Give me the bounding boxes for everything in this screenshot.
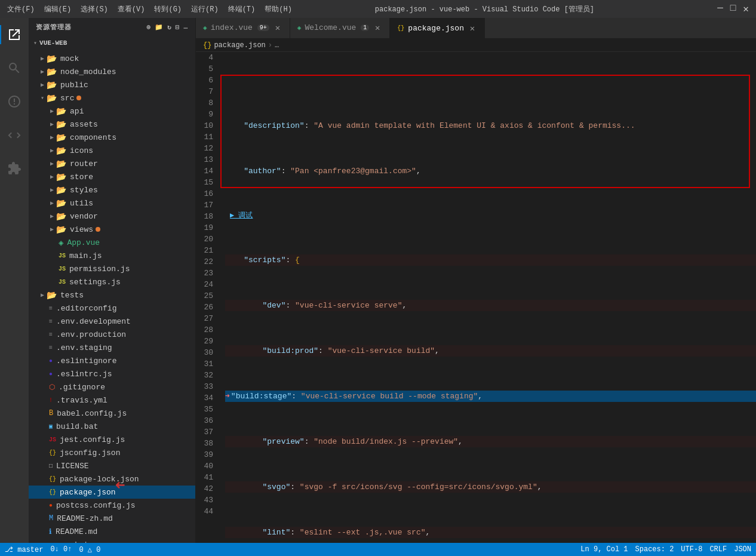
window-title: package.json - vue-web - Visual Studio C… — [292, 4, 677, 14]
refresh-icon[interactable]: ↻ — [167, 23, 172, 31]
tree-item-build-bat[interactable]: ▣ build.bat — [29, 420, 195, 433]
tree-item-package-json[interactable]: {} package.json ➜ — [29, 486, 195, 499]
tree-label: .env.staging — [56, 343, 112, 352]
main-container: 资源管理器 ⊕ 📁 ↻ ⊟ … ▾ VUE-WEB ▶ 📂 mock ▶ — [0, 18, 756, 543]
activity-explorer[interactable] — [0, 20, 29, 49]
new-folder-icon[interactable]: 📁 — [155, 23, 164, 31]
arrow-icon: ▶ — [50, 134, 54, 141]
status-indent[interactable]: Spaces: 2 — [635, 545, 674, 554]
tree-item-run-bat[interactable]: ▣ run.bat — [29, 538, 195, 543]
tree-item-utils[interactable]: ▶ 📂 utils — [29, 196, 195, 210]
code-line-12: "lint": "eslint --ext .js,.vue src", — [225, 527, 756, 538]
menu-run[interactable]: 运行(R) — [191, 4, 219, 14]
tree-item-postcss[interactable]: ● postcss.config.js — [29, 499, 195, 512]
status-errors[interactable]: 0 △ 0 — [79, 545, 100, 554]
tree-label: icons — [70, 146, 93, 155]
menu-help[interactable]: 帮助(H) — [265, 4, 292, 14]
tree-item-env-dev[interactable]: ≡ .env.development — [29, 315, 195, 328]
tab-index-vue[interactable]: ◈ index.vue 9+ ✕ — [196, 18, 290, 38]
menu-bar-top[interactable]: 文件(F) 编辑(E) 选择(S) 查看(V) 转到(G) 运行(R) 终端(T… — [7, 4, 292, 14]
tree-item-env-staging[interactable]: ≡ .env.staging — [29, 341, 195, 354]
tree-item-travis[interactable]: ! .travis.yml — [29, 394, 195, 407]
activity-extensions[interactable] — [0, 154, 29, 183]
minimize-button[interactable]: ─ — [717, 3, 723, 15]
tab-close-button[interactable]: ✕ — [373, 23, 382, 33]
menu-view[interactable]: 查看(V) — [118, 4, 145, 14]
tree-item-jsconfig[interactable]: {} jsconfig.json — [29, 446, 195, 459]
menu-edit[interactable]: 编辑(E) — [44, 4, 72, 14]
tree-item-public[interactable]: ▶ 📂 public — [29, 78, 195, 91]
tree-item-license[interactable]: □ LICENSE — [29, 459, 195, 472]
tree-item-tests[interactable]: ▶ 📂 tests — [29, 288, 195, 302]
tree-item-node-modules[interactable]: ▶ 📂 node_modules — [29, 65, 195, 78]
status-lineending[interactable]: CRLF — [709, 545, 727, 554]
env-file-icon: ≡ — [49, 318, 53, 325]
tree-item-permission-js[interactable]: JS permission.js — [29, 262, 195, 275]
tree-item-editorconfig[interactable]: ≡ .editorconfig — [29, 302, 195, 315]
collapse-icon[interactable]: ⊟ — [176, 23, 180, 31]
travis-file-icon: ! — [49, 397, 53, 404]
debug-link[interactable]: ▶ 调试 — [230, 210, 253, 222]
tab-close-button[interactable]: ✕ — [468, 23, 477, 33]
status-language[interactable]: JSON — [734, 545, 751, 554]
status-line-col[interactable]: Ln 9, Col 1 — [580, 545, 628, 554]
tree-item-components[interactable]: ▶ 📂 components — [29, 131, 195, 144]
activity-debug[interactable] — [0, 121, 29, 149]
tree-item-styles[interactable]: ▶ 📂 styles — [29, 183, 195, 196]
tree-item-jest[interactable]: JS jest.config.js — [29, 433, 195, 446]
breadcrumb-item[interactable]: {} — [203, 41, 211, 50]
folder-icon: 📂 — [47, 290, 57, 300]
tree-item-api[interactable]: ▶ 📂 api — [29, 105, 195, 118]
code-content[interactable]: "description": "A vue admin template wit… — [223, 52, 756, 543]
tree-item-icons[interactable]: ▶ 📂 icons — [29, 144, 195, 157]
breadcrumb-item[interactable]: package.json — [214, 41, 265, 50]
tree-item-eslintrc[interactable]: ● .eslintrc.js — [29, 367, 195, 380]
activity-search[interactable] — [0, 54, 29, 82]
file-tree: ▶ 📂 mock ▶ 📂 node_modules ▶ 📂 public ▾ 📂… — [29, 50, 195, 543]
tree-item-eslintignore[interactable]: ● .eslintignore — [29, 354, 195, 367]
tree-item-views[interactable]: ▶ 📂 views — [29, 223, 195, 236]
tree-item-main-js[interactable]: JS main.js — [29, 249, 195, 262]
maximize-button[interactable]: □ — [730, 3, 736, 15]
folder-icon: 📂 — [56, 198, 66, 208]
window-controls[interactable]: ─ □ ✕ — [677, 3, 749, 15]
tree-item-src[interactable]: ▾ 📂 src — [29, 91, 195, 105]
tab-label: index.vue — [211, 23, 253, 32]
tree-item-store[interactable]: ▶ 📂 store — [29, 170, 195, 183]
breadcrumb-item[interactable]: … — [275, 41, 279, 50]
tree-item-app-vue[interactable]: ◈ App.vue — [29, 236, 195, 249]
new-file-icon[interactable]: ⊕ — [147, 23, 152, 31]
status-encoding[interactable]: UTF-8 — [681, 545, 702, 554]
tree-item-router[interactable]: ▶ 📂 router — [29, 157, 195, 170]
tab-welcome-vue[interactable]: ◈ Welcome.vue 1 ✕ — [290, 18, 390, 38]
tree-item-babel[interactable]: B babel.config.js — [29, 407, 195, 420]
status-branch[interactable]: ⎇ master — [5, 545, 43, 554]
activity-git[interactable] — [0, 87, 29, 116]
arrow-icon: ▶ — [50, 107, 54, 115]
menu-select[interactable]: 选择(S) — [81, 4, 108, 14]
sidebar-actions[interactable]: ⊕ 📁 ↻ ⊟ … — [147, 23, 188, 31]
close-button[interactable]: ✕ — [743, 3, 749, 15]
sidebar-root[interactable]: ▾ VUE-WEB — [29, 36, 195, 50]
sidebar-title: 资源管理器 — [36, 23, 72, 32]
menu-goto[interactable]: 转到(G) — [154, 4, 182, 14]
modified-indicator — [76, 96, 81, 100]
code-line-9: ➜"build:stage": "vue-cli-service build -… — [225, 391, 756, 402]
tab-close-button[interactable]: ✕ — [273, 23, 282, 33]
tree-item-settings-js[interactable]: JS settings.js — [29, 275, 195, 288]
more-icon[interactable]: … — [183, 23, 188, 31]
tree-item-vendor[interactable]: ▶ 📂 vendor — [29, 210, 195, 223]
tree-item-assets[interactable]: ▶ 📂 assets — [29, 118, 195, 131]
tree-item-package-lock[interactable]: {} package-lock.json — [29, 472, 195, 486]
tree-item-env-prod[interactable]: ≡ .env.production — [29, 328, 195, 341]
tree-item-readme-zh[interactable]: M README-zh.md — [29, 512, 195, 525]
tab-package-json[interactable]: {} package.json ✕ — [390, 18, 485, 38]
tree-label: views — [70, 225, 93, 234]
tree-item-mock[interactable]: ▶ 📂 mock — [29, 52, 195, 65]
menu-terminal[interactable]: 终端(T) — [228, 4, 256, 14]
status-sync[interactable]: 0↓ 0↑ — [50, 545, 72, 554]
code-editor[interactable]: 4 5 6 7 8 9 10 11 12 13 14 15 16 17 18 1… — [196, 52, 756, 543]
tree-item-readme[interactable]: ℹ README.md — [29, 525, 195, 538]
menu-file[interactable]: 文件(F) — [7, 4, 35, 14]
tree-item-gitignore[interactable]: ⬡ .gitignore — [29, 380, 195, 394]
